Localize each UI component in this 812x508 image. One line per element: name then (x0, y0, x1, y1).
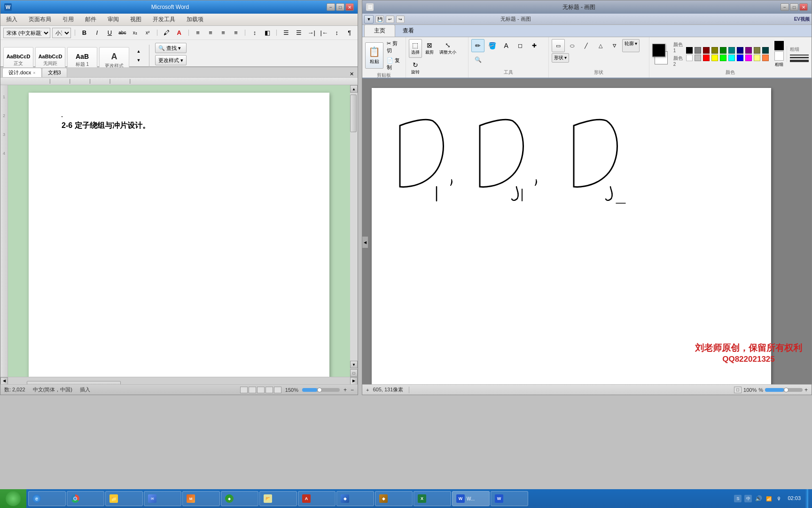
justify-btn[interactable]: ≡ (231, 27, 242, 39)
taskbar-app4[interactable]: ◆ (375, 491, 413, 506)
zoom-out-btn[interactable]: − (351, 387, 354, 393)
change-style-btn[interactable]: 更改样式 ▾ (155, 55, 187, 65)
color-silver[interactable] (695, 55, 701, 61)
color-teal[interactable] (728, 47, 735, 54)
shading-btn[interactable]: ◧ (262, 27, 273, 39)
fill-shape-btn[interactable]: 形状 ▾ (552, 53, 570, 63)
crop-btn[interactable]: ⊠ 裁剪 (423, 39, 436, 58)
color-cyan[interactable] (728, 55, 735, 61)
color-orange[interactable] (762, 55, 769, 61)
doc-tab-design-close[interactable]: × (33, 71, 35, 75)
numbering-btn[interactable]: ☰ (293, 27, 304, 39)
underline-btn[interactable]: U (104, 27, 115, 39)
align-center-btn[interactable]: ≡ (205, 27, 216, 39)
menu-dev[interactable]: 开发工具 (151, 15, 177, 24)
paste-btn[interactable]: 📋 粘贴 (365, 42, 383, 69)
menu-insert[interactable]: 插入 (4, 15, 19, 24)
find-btn[interactable]: 🔍 查找 ▾ (155, 43, 187, 53)
show-desktop-btn[interactable] (805, 489, 808, 508)
font-family-select[interactable]: 宋体 (中文标题) (3, 28, 50, 38)
color-green[interactable] (720, 47, 726, 54)
zoom-in-btn[interactable]: + (344, 387, 347, 393)
paint-tab-view[interactable]: 查看 (395, 25, 422, 37)
outline-btn[interactable]: 轮廓 ▾ (622, 39, 640, 52)
strikethrough-btn[interactable]: abc (117, 27, 128, 39)
outdent-btn[interactable]: |← (319, 27, 329, 39)
taskbar-explorer[interactable]: 📁 (105, 491, 143, 506)
magnify-tool-btn[interactable]: 🔍 (471, 53, 484, 66)
font-color-btn[interactable]: A (174, 27, 185, 39)
doc-tab-3[interactable]: 文档3 (42, 68, 67, 77)
paint-save-btn[interactable]: 💾 (375, 16, 384, 23)
color-yellow[interactable] (711, 55, 718, 61)
tray-icon-3[interactable]: 🔊 (755, 495, 762, 502)
italic-btn[interactable]: I (92, 27, 102, 39)
pencil-tool-btn[interactable]: ✏ (471, 39, 484, 52)
view-outline-btn[interactable] (265, 387, 273, 393)
menu-mailing[interactable]: 邮件 (83, 15, 98, 24)
sort-btn[interactable]: ↕ (331, 27, 342, 39)
indent-btn[interactable]: →| (306, 27, 317, 39)
tray-icon-1[interactable]: S (734, 495, 742, 502)
color-gray[interactable] (695, 47, 701, 54)
zoom-slider[interactable] (302, 388, 340, 392)
shape-ellipse-btn[interactable]: ⬭ (566, 39, 579, 52)
select-tool-btn[interactable]: ⬚ 选择 (409, 39, 422, 58)
paint-canvas-scroll-area[interactable] (362, 79, 812, 384)
word-vscrollbar[interactable]: ▲ ▼ □ (350, 85, 358, 377)
color-purple[interactable] (745, 47, 752, 54)
taskbar-app2[interactable]: 📂 (259, 491, 297, 506)
shape-more-btn[interactable]: ▽ (608, 39, 621, 52)
paint-zoom-in-btn[interactable]: + (804, 387, 808, 393)
fg-color[interactable] (652, 44, 665, 57)
paint-zoom-handle[interactable] (784, 388, 789, 392)
color-darkteal[interactable] (762, 47, 769, 54)
align-left-btn[interactable]: ≡ (193, 27, 203, 39)
paint-menu-btn[interactable]: ▼ (364, 15, 374, 24)
scroll-thumb[interactable] (350, 95, 357, 132)
doc-scroll-area[interactable]: 2-6 定子绕组与冲片设计。 (8, 85, 350, 377)
view-full-btn[interactable] (249, 387, 256, 393)
tray-icon-2[interactable]: 中 (744, 495, 752, 502)
word-minimize-btn[interactable]: − (327, 3, 335, 11)
color-olive[interactable] (711, 47, 718, 54)
taskbar-excel[interactable]: X (414, 491, 451, 506)
paint-redo-btn[interactable]: ↪ (396, 16, 405, 23)
view-draft-btn[interactable] (274, 387, 281, 393)
taskbar-foxmail[interactable]: ✉ (144, 491, 181, 506)
taskbar-word2[interactable]: W (491, 491, 528, 506)
scroll-down-btn[interactable]: ▼ (350, 361, 358, 368)
menu-view[interactable]: 视图 (128, 15, 143, 24)
color-white[interactable] (686, 55, 693, 61)
tray-icon-5[interactable]: 🎙 (775, 495, 783, 502)
scroll-left-btn[interactable]: ◀ (0, 377, 8, 385)
scroll-up-btn[interactable]: ▲ (350, 85, 358, 93)
tray-clock[interactable]: 02:03 (786, 495, 803, 501)
scroll-right-btn[interactable]: ▶ (350, 377, 358, 385)
paint-close-btn[interactable]: ✕ (799, 3, 808, 11)
highlight-btn[interactable]: 🖍 (161, 27, 172, 39)
paint-canvas[interactable] (372, 88, 771, 384)
tray-icon-4[interactable]: 📶 (765, 495, 773, 502)
view-toggle-btn[interactable]: □ (350, 369, 358, 377)
align-right-btn[interactable]: ≡ (218, 27, 229, 39)
picker-tool-btn[interactable]: ✚ (528, 39, 541, 52)
main-palette[interactable] (686, 47, 770, 61)
color2-swatch[interactable] (774, 51, 784, 61)
edit-colors-btn[interactable]: 粗细 (774, 62, 784, 68)
taskbar-chrome[interactable] (67, 491, 104, 506)
menu-review[interactable]: 审阅 (106, 15, 121, 24)
rotate-btn[interactable]: ↻ 旋转 (409, 59, 422, 78)
size-1px[interactable] (790, 55, 809, 56)
view-web-btn[interactable] (257, 387, 265, 393)
paint-maximize-btn[interactable]: □ (790, 3, 798, 11)
size-3px[interactable] (790, 60, 809, 62)
taskbar-app1[interactable]: ◆ (221, 491, 258, 506)
copy-btn[interactable]: 📄 复制 (384, 56, 403, 72)
color1-swatch[interactable] (774, 41, 784, 50)
eraser-tool-btn[interactable]: ◻ (514, 39, 527, 52)
color-blue[interactable] (737, 55, 743, 61)
view-print-btn[interactable] (240, 387, 248, 393)
shape-rect-btn[interactable]: ▭ (552, 39, 565, 52)
paint-view-btn[interactable]: □ (734, 387, 742, 393)
